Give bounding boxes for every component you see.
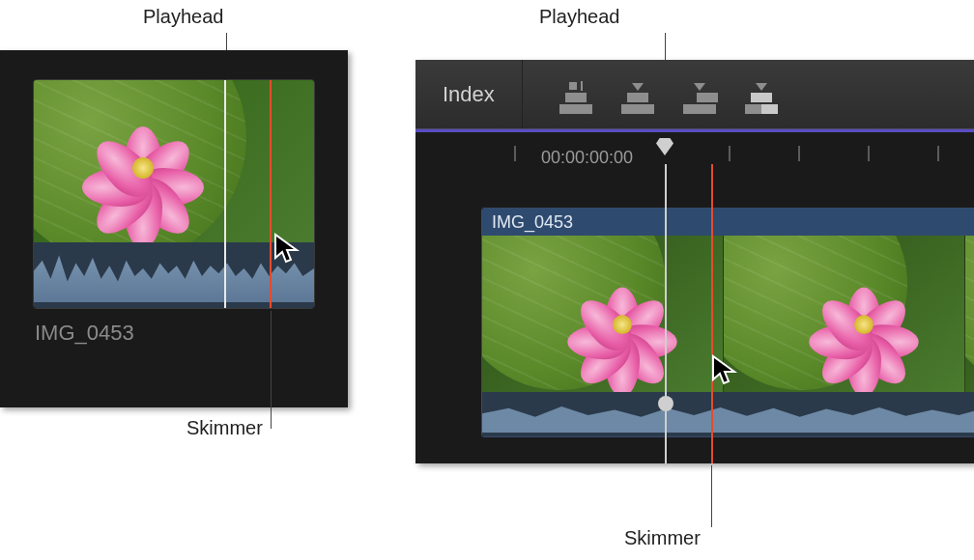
timeline-panel: Index (415, 60, 974, 463)
connect-tool-icon[interactable] (558, 75, 594, 114)
timeline-clip[interactable]: IMG_0453 (481, 208, 974, 437)
playhead-ball-icon (658, 396, 673, 411)
browser-playhead[interactable] (224, 80, 226, 242)
clip-video-thumbnail (34, 80, 314, 242)
browser-playhead-audio[interactable] (224, 242, 226, 309)
clip-audio-waveform (34, 242, 314, 309)
insert-tool-icon[interactable] (619, 75, 656, 114)
callout-skimmer-right: Skimmer (624, 527, 701, 549)
timeline-playhead[interactable] (665, 164, 667, 463)
index-button[interactable]: Index (415, 60, 523, 128)
timeline-clip-title: IMG_0453 (482, 209, 974, 236)
timeline-clips-area[interactable]: IMG_0453 (415, 171, 974, 463)
overwrite-tool-icon[interactable] (743, 75, 780, 114)
timeline-ruler[interactable]: 00:00:00:00 (415, 132, 974, 171)
timeline-clip-audio (482, 392, 974, 437)
timecode-label: 00:00:00:00 (541, 148, 633, 168)
callout-line (271, 311, 272, 429)
browser-skimmer-audio[interactable] (270, 242, 272, 309)
append-tool-icon[interactable] (681, 75, 718, 114)
insert-tools (523, 75, 780, 114)
clip-filename: IMG_0453 (35, 321, 134, 346)
timeline-skimmer[interactable] (711, 164, 713, 463)
browser-skimmer[interactable] (270, 80, 272, 242)
browser-panel: IMG_0453 (0, 50, 348, 407)
callout-playhead-left: Playhead (143, 6, 223, 28)
browser-clip[interactable] (33, 79, 315, 309)
callout-skimmer-left: Skimmer (186, 417, 263, 439)
callout-line (711, 465, 712, 527)
callout-line (665, 33, 666, 62)
timeline-topbar: Index (415, 60, 974, 129)
callout-playhead-right: Playhead (539, 6, 619, 28)
timeline-clip-frames (482, 236, 974, 392)
